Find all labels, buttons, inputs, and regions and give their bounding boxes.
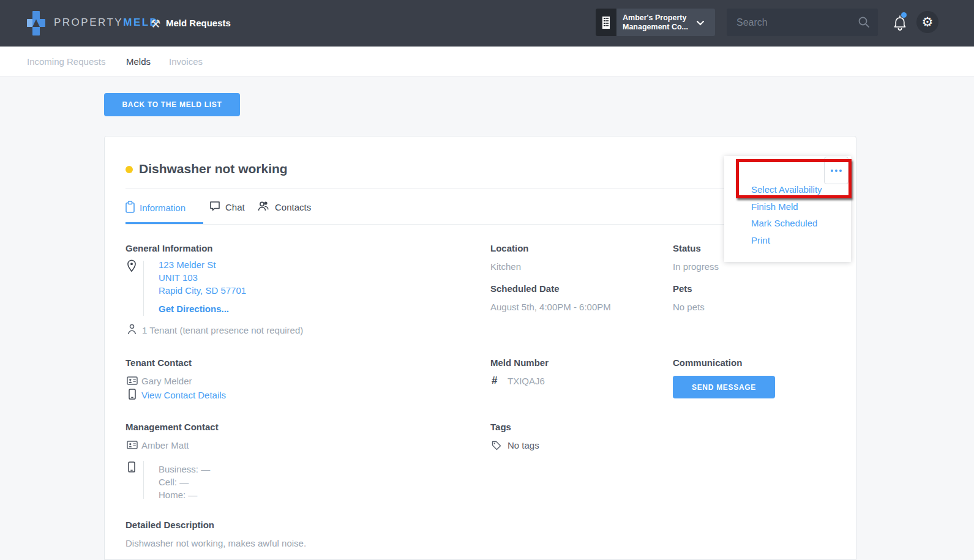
- app-window: PROPERTYMELD ⚒ Meld Requests Amber's Pro…: [0, 0, 974, 560]
- location-pin-icon: [127, 259, 137, 275]
- scheduled-date-heading: Scheduled Date: [490, 283, 560, 294]
- more-actions-ellipsis-button[interactable]: [824, 157, 849, 184]
- company-selector[interactable]: Amber's Property Management Co...: [596, 9, 715, 36]
- phone-home: Home: —: [159, 488, 210, 501]
- building-icon: [596, 9, 616, 36]
- tab-information[interactable]: Information: [125, 201, 185, 215]
- address-divider-line: [143, 261, 144, 316]
- menu-item-finish-meld[interactable]: Finish Meld: [751, 201, 798, 212]
- company-name-line2: Management Co...: [623, 23, 695, 32]
- detailed-description-value: Dishwasher not working, makes awful nois…: [125, 538, 306, 548]
- tab-chat[interactable]: Chat: [209, 201, 245, 213]
- tag-icon: [492, 441, 501, 453]
- communication-heading: Communication: [673, 357, 742, 368]
- menu-item-print[interactable]: Print: [751, 235, 770, 245]
- subnav-incoming-requests[interactable]: Incoming Requests: [27, 47, 105, 76]
- contact-card-icon: [127, 441, 138, 452]
- ellipsis-icon: [831, 170, 833, 172]
- back-to-meld-list-button[interactable]: BACK TO THE MELD LIST: [104, 93, 240, 116]
- contact-card-icon: [127, 376, 138, 387]
- management-contact-name: Amber Matt: [141, 440, 189, 450]
- location-heading: Location: [490, 243, 529, 253]
- detailed-description-heading: Detailed Description: [125, 520, 214, 530]
- chat-bubble-icon: [209, 201, 220, 213]
- management-contact-heading: Management Contact: [125, 422, 219, 432]
- pets-heading: Pets: [673, 283, 692, 294]
- top-header: PROPERTYMELD ⚒ Meld Requests Amber's Pro…: [0, 0, 974, 47]
- phone-icon: [128, 461, 135, 475]
- propertymeld-logo-icon[interactable]: [27, 11, 45, 38]
- address-line-3[interactable]: Rapid City, SD 57701: [159, 284, 246, 297]
- meld-status-dot: [125, 166, 133, 173]
- status-value: In progress: [673, 261, 719, 272]
- tab-contacts[interactable]: Contacts: [258, 201, 311, 213]
- brand-wordmark[interactable]: PROPERTYMELD: [54, 17, 159, 29]
- subnav-melds[interactable]: Melds: [126, 47, 151, 76]
- subnav-bar: Incoming Requests Melds Invoices: [0, 47, 974, 77]
- meld-number-value: TXIQAJ6: [508, 376, 545, 386]
- settings-gear-button[interactable]: ⚙: [916, 11, 938, 33]
- hash-icon: #: [492, 375, 497, 387]
- phone-cell: Cell: —: [159, 476, 210, 488]
- gear-icon: ⚙: [922, 16, 934, 29]
- tags-value: No tags: [508, 440, 539, 450]
- meld-number-heading: Meld Number: [490, 357, 549, 368]
- phones-divider-line: [143, 461, 144, 499]
- get-directions-link[interactable]: Get Directions...: [159, 304, 229, 314]
- subnav-invoices[interactable]: Invoices: [169, 47, 203, 76]
- contacts-people-icon: [258, 201, 270, 213]
- search-input[interactable]: [727, 9, 878, 36]
- tab-contacts-label: Contacts: [275, 202, 311, 212]
- search-box: [727, 9, 878, 36]
- general-info-heading: General Information: [125, 243, 213, 253]
- send-message-button[interactable]: SEND MESSAGE: [673, 376, 775, 398]
- tenant-name: Gary Melder: [141, 376, 192, 386]
- tenant-presence-note: 1 Tenant (tenant presence not required): [142, 325, 303, 335]
- meld-requests-tools-icon: ⚒: [151, 17, 160, 30]
- tags-heading: Tags: [490, 422, 511, 432]
- menu-item-mark-scheduled[interactable]: Mark Scheduled: [751, 218, 817, 228]
- status-heading: Status: [673, 243, 701, 253]
- property-address: 123 Melder St UNIT 103 Rapid City, SD 57…: [159, 258, 246, 297]
- tenant-contact-heading: Tenant Contact: [125, 357, 192, 368]
- view-contact-details-link[interactable]: View Contact Details: [141, 390, 226, 400]
- address-line-2[interactable]: UNIT 103: [159, 271, 246, 284]
- address-line-1[interactable]: 123 Melder St: [159, 258, 246, 271]
- tenant-person-icon: [127, 324, 137, 337]
- brand-property-text: PROPERTY: [54, 17, 123, 28]
- notifications-bell-icon[interactable]: [893, 15, 907, 34]
- nav-title[interactable]: Meld Requests: [166, 18, 231, 28]
- meld-title: Dishwasher not working: [139, 162, 288, 176]
- notification-badge-dot: [901, 12, 907, 18]
- tab-information-label: Information: [140, 203, 185, 213]
- scheduled-date-value: August 5th, 4:00PM - 6:00PM: [490, 302, 611, 312]
- company-name-line1: Amber's Property: [623, 13, 695, 23]
- tab-chat-label: Chat: [225, 202, 245, 212]
- menu-item-select-availability[interactable]: Select Availability: [751, 184, 822, 195]
- phone-business: Business: —: [159, 463, 210, 476]
- location-value: Kitchen: [490, 261, 521, 272]
- clipboard-icon: [125, 201, 135, 215]
- search-icon: [858, 16, 870, 31]
- pets-value: No pets: [673, 302, 705, 312]
- chevron-down-icon: [696, 17, 705, 28]
- phone-icon: [129, 389, 136, 402]
